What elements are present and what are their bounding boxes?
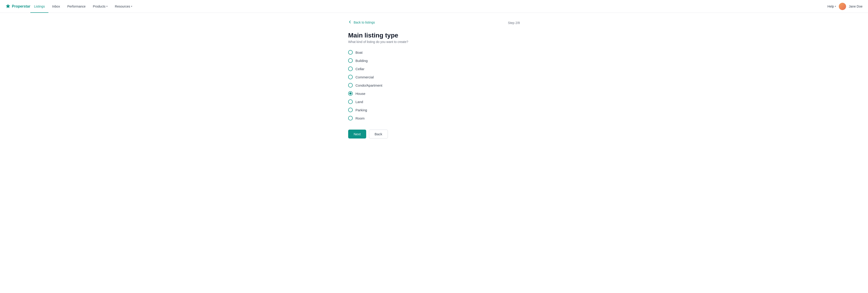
nav-item-performance[interactable]: Performance (64, 0, 89, 13)
step-header: Back to listings Step 2/8 (348, 20, 520, 30)
help-chevron-icon: ▾ (835, 5, 836, 7)
logo-icon (5, 3, 10, 9)
main-content: Back to listings Step 2/8 Main listing t… (343, 13, 525, 146)
avatar[interactable] (839, 3, 846, 10)
back-button[interactable]: Back (369, 129, 388, 139)
radio-label-parking: Parking (355, 108, 367, 112)
logo-text: Properstar (12, 4, 30, 8)
radio-parking[interactable] (348, 108, 353, 112)
radio-label-land: Land (355, 100, 363, 104)
radio-option-boat[interactable]: Boat (348, 50, 520, 55)
radio-label-room: Room (355, 116, 365, 120)
help-button[interactable]: Help ▾ (827, 5, 836, 8)
nav-item-products[interactable]: Products ▾ (89, 0, 111, 13)
resources-chevron-icon: ▾ (131, 5, 132, 7)
next-button[interactable]: Next (348, 129, 366, 139)
button-group: Next Back (348, 129, 520, 139)
radio-room[interactable] (348, 116, 353, 120)
radio-label-building: Building (355, 59, 368, 63)
radio-option-condo-apartment[interactable]: Condo/Apartment (348, 83, 520, 88)
radio-commercial[interactable] (348, 75, 353, 79)
radio-option-land[interactable]: Land (348, 99, 520, 104)
radio-land[interactable] (348, 99, 353, 104)
radio-condo-apartment[interactable] (348, 83, 353, 88)
radio-boat[interactable] (348, 50, 353, 55)
radio-house[interactable] (348, 91, 353, 96)
listing-type-radio-group: Boat Building Cellar Commercial Condo/Ap… (348, 50, 520, 120)
avatar-image (839, 3, 846, 10)
step-indicator: Step 2/8 (508, 21, 520, 25)
nav-item-inbox[interactable]: Inbox (49, 0, 63, 13)
radio-cellar[interactable] (348, 66, 353, 71)
radio-option-building[interactable]: Building (348, 58, 520, 63)
page-title: Main listing type (348, 32, 520, 39)
radio-option-house[interactable]: House (348, 91, 520, 96)
products-chevron-icon: ▾ (106, 5, 107, 7)
logo[interactable]: Properstar (5, 3, 30, 9)
svg-marker-0 (6, 4, 10, 8)
back-to-listings-link[interactable]: Back to listings (348, 20, 375, 25)
back-arrow-icon (348, 20, 352, 25)
username-label: Jane Doe (849, 5, 863, 8)
radio-house-inner (349, 92, 351, 95)
radio-building[interactable] (348, 58, 353, 63)
radio-label-cellar: Cellar (355, 67, 364, 71)
nav-items: Listings Inbox Performance Products ▾ Re… (30, 0, 827, 13)
radio-option-room[interactable]: Room (348, 116, 520, 120)
navbar: Properstar Listings Inbox Performance Pr… (0, 0, 868, 13)
radio-label-house: House (355, 92, 365, 95)
radio-label-condo-apartment: Condo/Apartment (355, 83, 382, 87)
radio-option-commercial[interactable]: Commercial (348, 75, 520, 79)
radio-option-parking[interactable]: Parking (348, 108, 520, 112)
nav-item-listings[interactable]: Listings (30, 0, 49, 13)
radio-label-commercial: Commercial (355, 75, 374, 79)
page-subtitle: What kind of listing do you want to crea… (348, 40, 520, 43)
radio-option-cellar[interactable]: Cellar (348, 66, 520, 71)
nav-item-resources[interactable]: Resources ▾ (111, 0, 136, 13)
nav-right: Help ▾ Jane Doe (827, 3, 863, 10)
radio-label-boat: Boat (355, 51, 363, 54)
